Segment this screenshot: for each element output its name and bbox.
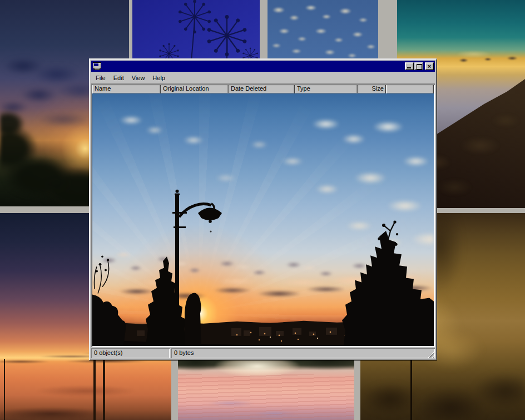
status-total-size: 0 bytes (171, 348, 435, 358)
maximize-button[interactable] (414, 62, 423, 70)
column-header-type[interactable]: Type (295, 85, 358, 93)
menu-bar: File Edit View Help (91, 72, 435, 83)
status-bar: 0 object(s) 0 bytes (91, 347, 435, 358)
status-object-count: 0 object(s) (91, 348, 170, 358)
list-background-photo[interactable] (92, 93, 434, 346)
lake-pole (103, 358, 105, 420)
recycle-bin-window: × File Edit View Help Name Original Loca… (89, 58, 437, 360)
column-header-size[interactable]: Size (358, 85, 386, 93)
close-icon: × (425, 63, 433, 70)
menu-edit[interactable]: Edit (110, 73, 128, 82)
lake-pole (4, 359, 5, 420)
lake-pole (93, 357, 96, 420)
minimize-button[interactable] (405, 62, 414, 70)
menu-help[interactable]: Help (148, 73, 169, 82)
file-list-view: Name Original Location Date Deleted Type… (91, 83, 435, 347)
close-button[interactable]: × (425, 62, 434, 70)
menu-file[interactable]: File (92, 73, 110, 82)
maximize-icon (417, 64, 422, 70)
column-header-date-deleted[interactable]: Date Deleted (229, 85, 295, 93)
column-header-name[interactable]: Name (92, 85, 161, 93)
computer-icon (92, 62, 101, 70)
column-header-original-location[interactable]: Original Location (161, 85, 229, 93)
ripple-texture (178, 374, 354, 420)
minimize-icon (407, 67, 411, 68)
silhouette-layer (92, 93, 434, 346)
column-header-filler (386, 85, 434, 93)
title-bar[interactable]: × (91, 61, 435, 72)
column-header-row: Name Original Location Date Deleted Type… (92, 85, 434, 93)
grass-stem (410, 360, 412, 420)
menu-view[interactable]: View (128, 73, 149, 82)
